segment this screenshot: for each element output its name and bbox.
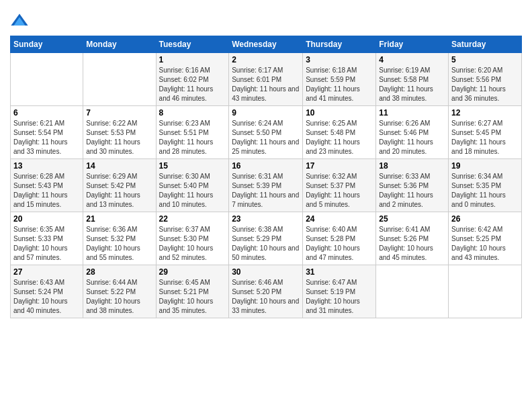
day-number: 24 xyxy=(306,214,373,224)
day-detail: Sunrise: 6:40 AMSunset: 5:28 PMDaylight:… xyxy=(306,225,373,263)
day-detail: Sunrise: 6:24 AMSunset: 5:50 PMDaylight:… xyxy=(232,119,300,156)
calendar-cell: 13Sunrise: 6:28 AMSunset: 5:43 PMDayligh… xyxy=(11,159,83,212)
day-number: 22 xyxy=(159,214,226,224)
day-number: 10 xyxy=(306,108,373,118)
day-number: 3 xyxy=(306,55,373,64)
col-friday: Friday xyxy=(376,36,449,53)
day-number: 4 xyxy=(379,55,445,64)
calendar-cell: 4Sunrise: 6:19 AMSunset: 5:58 PMDaylight… xyxy=(376,53,449,106)
col-saturday: Saturday xyxy=(449,36,522,53)
day-number: 16 xyxy=(232,161,300,171)
day-number: 15 xyxy=(159,161,226,171)
day-number: 5 xyxy=(451,55,519,64)
calendar-cell: 26Sunrise: 6:42 AMSunset: 5:25 PMDayligh… xyxy=(449,212,522,265)
day-detail: Sunrise: 6:30 AMSunset: 5:40 PMDaylight:… xyxy=(159,172,226,210)
day-number: 31 xyxy=(306,267,373,277)
day-detail: Sunrise: 6:41 AMSunset: 5:26 PMDaylight:… xyxy=(379,225,445,263)
calendar-cell: 27Sunrise: 6:43 AMSunset: 5:24 PMDayligh… xyxy=(11,265,83,318)
logo xyxy=(10,10,30,30)
day-detail: Sunrise: 6:44 AMSunset: 5:22 PMDaylight:… xyxy=(86,278,152,316)
calendar-week-row: 6Sunrise: 6:21 AMSunset: 5:54 PMDaylight… xyxy=(11,106,522,159)
day-number: 26 xyxy=(451,214,519,224)
calendar-cell: 12Sunrise: 6:27 AMSunset: 5:45 PMDayligh… xyxy=(449,106,522,159)
day-detail: Sunrise: 6:34 AMSunset: 5:35 PMDaylight:… xyxy=(451,172,519,210)
day-detail: Sunrise: 6:22 AMSunset: 5:53 PMDaylight:… xyxy=(86,119,152,156)
day-detail: Sunrise: 6:29 AMSunset: 5:42 PMDaylight:… xyxy=(86,172,152,210)
calendar-header-row: Sunday Monday Tuesday Wednesday Thursday… xyxy=(11,36,522,53)
calendar-cell: 1Sunrise: 6:16 AMSunset: 6:02 PMDaylight… xyxy=(156,53,229,106)
calendar-cell: 8Sunrise: 6:23 AMSunset: 5:51 PMDaylight… xyxy=(156,106,229,159)
calendar-cell: 29Sunrise: 6:45 AMSunset: 5:21 PMDayligh… xyxy=(156,265,229,318)
day-number: 30 xyxy=(232,267,300,277)
day-number: 21 xyxy=(86,214,152,224)
day-number: 23 xyxy=(232,214,300,224)
calendar-week-row: 13Sunrise: 6:28 AMSunset: 5:43 PMDayligh… xyxy=(11,159,522,212)
col-sunday: Sunday xyxy=(11,36,83,53)
day-number: 13 xyxy=(13,161,80,171)
day-detail: Sunrise: 6:16 AMSunset: 6:02 PMDaylight:… xyxy=(159,66,226,103)
day-detail: Sunrise: 6:17 AMSunset: 6:01 PMDaylight:… xyxy=(232,66,300,103)
col-thursday: Thursday xyxy=(303,36,376,53)
page: Sunday Monday Tuesday Wednesday Thursday… xyxy=(0,0,532,411)
calendar-cell xyxy=(449,265,522,318)
calendar-cell: 20Sunrise: 6:35 AMSunset: 5:33 PMDayligh… xyxy=(11,212,83,265)
calendar-cell: 21Sunrise: 6:36 AMSunset: 5:32 PMDayligh… xyxy=(83,212,156,265)
day-detail: Sunrise: 6:28 AMSunset: 5:43 PMDaylight:… xyxy=(13,172,80,210)
day-number: 12 xyxy=(451,108,519,118)
calendar-cell: 24Sunrise: 6:40 AMSunset: 5:28 PMDayligh… xyxy=(303,212,376,265)
day-number: 2 xyxy=(232,55,300,64)
calendar-cell: 17Sunrise: 6:32 AMSunset: 5:37 PMDayligh… xyxy=(303,159,376,212)
day-number: 28 xyxy=(86,267,152,277)
col-monday: Monday xyxy=(83,36,156,53)
day-detail: Sunrise: 6:33 AMSunset: 5:36 PMDaylight:… xyxy=(379,172,445,210)
day-detail: Sunrise: 6:23 AMSunset: 5:51 PMDaylight:… xyxy=(159,119,226,156)
calendar-cell: 19Sunrise: 6:34 AMSunset: 5:35 PMDayligh… xyxy=(449,159,522,212)
calendar-week-row: 20Sunrise: 6:35 AMSunset: 5:33 PMDayligh… xyxy=(11,212,522,265)
day-detail: Sunrise: 6:38 AMSunset: 5:29 PMDaylight:… xyxy=(232,225,300,263)
day-number: 8 xyxy=(159,108,226,118)
day-detail: Sunrise: 6:26 AMSunset: 5:46 PMDaylight:… xyxy=(379,119,445,156)
day-detail: Sunrise: 6:19 AMSunset: 5:58 PMDaylight:… xyxy=(379,66,445,103)
day-detail: Sunrise: 6:45 AMSunset: 5:21 PMDaylight:… xyxy=(159,278,226,316)
calendar-cell: 16Sunrise: 6:31 AMSunset: 5:39 PMDayligh… xyxy=(229,159,303,212)
day-detail: Sunrise: 6:47 AMSunset: 5:19 PMDaylight:… xyxy=(306,278,373,316)
day-detail: Sunrise: 6:31 AMSunset: 5:39 PMDaylight:… xyxy=(232,172,300,210)
calendar-week-row: 1Sunrise: 6:16 AMSunset: 6:02 PMDaylight… xyxy=(11,53,522,106)
calendar-cell: 7Sunrise: 6:22 AMSunset: 5:53 PMDaylight… xyxy=(83,106,156,159)
day-number: 1 xyxy=(159,55,226,64)
day-number: 17 xyxy=(306,161,373,171)
calendar-cell: 22Sunrise: 6:37 AMSunset: 5:30 PMDayligh… xyxy=(156,212,229,265)
day-number: 27 xyxy=(13,267,80,277)
day-number: 25 xyxy=(379,214,445,224)
calendar-cell: 2Sunrise: 6:17 AMSunset: 6:01 PMDaylight… xyxy=(229,53,303,106)
calendar-week-row: 27Sunrise: 6:43 AMSunset: 5:24 PMDayligh… xyxy=(11,265,522,318)
day-number: 14 xyxy=(86,161,152,171)
calendar-cell: 14Sunrise: 6:29 AMSunset: 5:42 PMDayligh… xyxy=(83,159,156,212)
day-detail: Sunrise: 6:21 AMSunset: 5:54 PMDaylight:… xyxy=(13,119,80,156)
col-wednesday: Wednesday xyxy=(229,36,303,53)
day-number: 11 xyxy=(379,108,445,118)
calendar-cell: 25Sunrise: 6:41 AMSunset: 5:26 PMDayligh… xyxy=(376,212,449,265)
calendar-table: Sunday Monday Tuesday Wednesday Thursday… xyxy=(10,36,522,318)
day-detail: Sunrise: 6:18 AMSunset: 5:59 PMDaylight:… xyxy=(306,66,373,103)
day-detail: Sunrise: 6:46 AMSunset: 5:20 PMDaylight:… xyxy=(232,278,300,316)
day-detail: Sunrise: 6:42 AMSunset: 5:25 PMDaylight:… xyxy=(451,225,519,263)
calendar-cell xyxy=(83,53,156,106)
calendar-cell: 9Sunrise: 6:24 AMSunset: 5:50 PMDaylight… xyxy=(229,106,303,159)
calendar-cell: 5Sunrise: 6:20 AMSunset: 5:56 PMDaylight… xyxy=(449,53,522,106)
day-detail: Sunrise: 6:27 AMSunset: 5:45 PMDaylight:… xyxy=(451,119,519,156)
col-tuesday: Tuesday xyxy=(156,36,229,53)
day-number: 19 xyxy=(451,161,519,171)
day-detail: Sunrise: 6:25 AMSunset: 5:48 PMDaylight:… xyxy=(306,119,373,156)
header xyxy=(10,7,522,30)
calendar-cell xyxy=(11,53,83,106)
calendar-cell: 23Sunrise: 6:38 AMSunset: 5:29 PMDayligh… xyxy=(229,212,303,265)
day-number: 18 xyxy=(379,161,445,171)
calendar-cell: 30Sunrise: 6:46 AMSunset: 5:20 PMDayligh… xyxy=(229,265,303,318)
day-detail: Sunrise: 6:43 AMSunset: 5:24 PMDaylight:… xyxy=(13,278,80,316)
logo-icon xyxy=(10,11,29,30)
calendar-cell: 15Sunrise: 6:30 AMSunset: 5:40 PMDayligh… xyxy=(156,159,229,212)
day-number: 7 xyxy=(86,108,152,118)
calendar-cell: 31Sunrise: 6:47 AMSunset: 5:19 PMDayligh… xyxy=(303,265,376,318)
day-detail: Sunrise: 6:35 AMSunset: 5:33 PMDaylight:… xyxy=(13,225,80,263)
